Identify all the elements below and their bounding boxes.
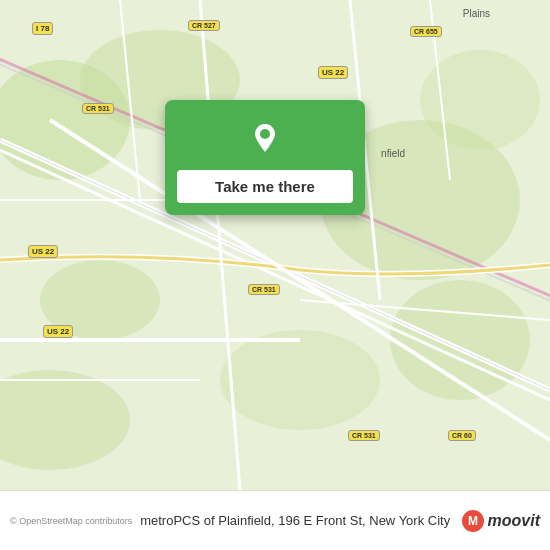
cr531-top-shield: CR 531: [82, 103, 114, 114]
svg-text:M: M: [468, 514, 478, 528]
plainfield-label: nfield: [381, 148, 405, 159]
bottom-bar: © OpenStreetMap contributors metroPCS of…: [0, 490, 550, 550]
cr531-bot-shield: CR 531: [348, 430, 380, 441]
location-card: Take me there: [165, 100, 365, 215]
cr60-shield: CR 60: [448, 430, 476, 441]
pin-icon: [243, 116, 287, 160]
plains-label: Plains: [463, 8, 490, 19]
copyright-text: © OpenStreetMap contributors: [10, 516, 132, 526]
moovit-brand-icon: M: [462, 510, 484, 532]
us22-top-shield: US 22: [318, 66, 348, 79]
moovit-text: moovit: [488, 512, 540, 530]
take-me-there-button[interactable]: Take me there: [177, 170, 353, 203]
cr531-mid-shield: CR 531: [248, 284, 280, 295]
svg-point-6: [220, 330, 380, 430]
cr655-shield: CR 655: [410, 26, 442, 37]
cr527-shield: CR 527: [188, 20, 220, 31]
location-info: metroPCS of Plainfield, 196 E Front St, …: [140, 513, 453, 528]
us22-bot-shield: US 22: [43, 325, 73, 338]
map-svg: [0, 0, 550, 490]
us22-left-shield: US 22: [28, 245, 58, 258]
map-container: Plains nfield I 78 CR 527 CR 655 US 22 C…: [0, 0, 550, 490]
svg-point-24: [260, 129, 270, 139]
i78-shield: I 78: [32, 22, 53, 35]
moovit-logo: M moovit: [462, 510, 540, 532]
